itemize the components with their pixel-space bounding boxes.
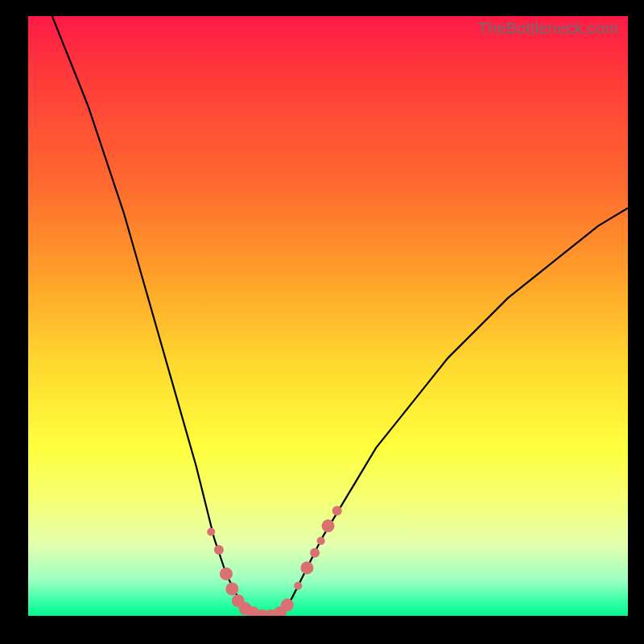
data-point (207, 528, 215, 536)
data-point (294, 582, 302, 590)
data-point (310, 548, 320, 558)
data-markers (28, 16, 628, 616)
chart-frame: TheBottleneck.com (0, 0, 644, 644)
watermark-text: TheBottleneck.com (477, 19, 618, 38)
data-point (214, 545, 224, 555)
data-point (281, 599, 294, 612)
data-point (317, 537, 325, 545)
data-point (300, 561, 313, 574)
data-point (332, 506, 342, 516)
data-point (322, 519, 335, 532)
data-point (220, 568, 233, 580)
plot-area: TheBottleneck.com (28, 16, 628, 616)
data-point (225, 583, 238, 596)
